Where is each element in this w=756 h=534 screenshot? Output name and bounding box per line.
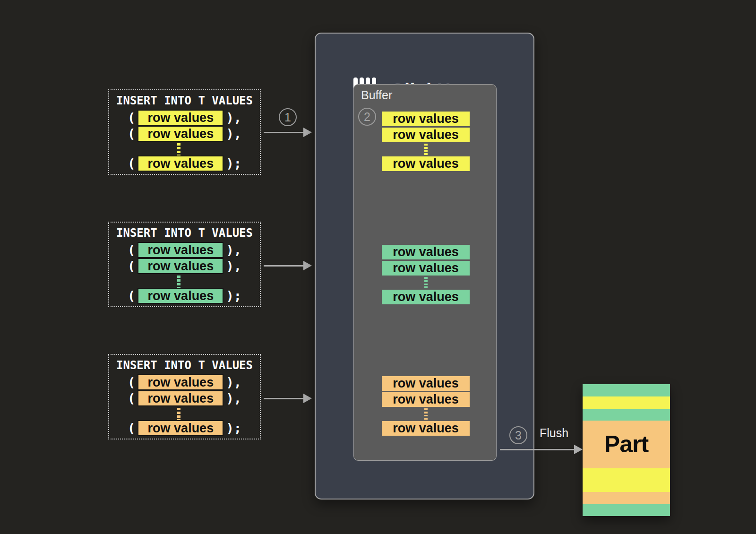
step-badge-3: 3 (509, 426, 527, 444)
insert-arrow-icon-3 (264, 394, 312, 403)
paren-open: ( (128, 421, 135, 435)
buffer-panel: Buffer row values row values row values … (353, 84, 497, 461)
row-values-chip: row values (137, 242, 223, 258)
paren-close: ); (226, 421, 241, 435)
step-badge-2: 2 (358, 108, 376, 126)
part-box: Part (583, 384, 670, 516)
paren-open: ( (128, 156, 135, 171)
buffer-label: Buffer (361, 88, 392, 102)
ellipsis-dots-icon (382, 408, 470, 420)
row-values-chip: row values (382, 156, 470, 171)
paren-open: ( (128, 127, 135, 141)
insert-title: INSERT INTO T VALUES (109, 359, 260, 372)
paren-open: ( (128, 375, 135, 389)
part-stripe (583, 396, 670, 409)
part-stripe (583, 384, 670, 396)
row-values-chip: row values (137, 110, 223, 126)
row-values-chip: row values (137, 390, 223, 406)
paren-open: ( (128, 391, 135, 405)
row-values-chip: row values (382, 421, 470, 436)
insert-title: INSERT INTO T VALUES (109, 226, 260, 240)
row-values-chip: row values (137, 374, 223, 390)
part-stripe: Part (583, 421, 670, 468)
flush-arrow-icon (500, 445, 583, 454)
paren-close: ); (226, 289, 241, 303)
row-values-chip: row values (382, 392, 470, 407)
paren-open: ( (128, 289, 135, 303)
insert-query-block-1: INSERT INTO T VALUES ( row values ), ( r… (108, 89, 261, 175)
buffer-group-yellow: row values row values row values (382, 112, 470, 171)
part-stripe (583, 409, 670, 421)
insert-arrow-icon-2 (264, 261, 312, 270)
row-values-chip: row values (382, 376, 470, 391)
ellipsis-dots-icon (103, 408, 254, 422)
ellipsis-dots-icon (382, 144, 470, 155)
part-label: Part (604, 432, 648, 456)
buffer-group-green: row values row values row values (382, 245, 470, 304)
flush-label: Flush (540, 426, 568, 440)
diagram-canvas: INSERT INTO T VALUES ( row values ), ( r… (0, 0, 756, 534)
paren-close: ), (226, 111, 241, 125)
row-values-chip: row values (382, 128, 470, 142)
clickhouse-box: ClickHouse Buffer row values row values … (315, 33, 534, 500)
ellipsis-dots-icon (382, 277, 470, 288)
ellipsis-dots-icon (103, 143, 254, 157)
row-values-chip: row values (137, 126, 223, 142)
paren-open: ( (128, 243, 135, 257)
insert-arrow-icon-1 (264, 128, 312, 137)
paren-close: ), (226, 127, 241, 141)
part-stripe (583, 504, 670, 516)
row-values-chip: row values (137, 258, 223, 274)
insert-title: INSERT INTO T VALUES (109, 94, 260, 107)
row-values-chip: row values (137, 288, 223, 304)
paren-close: ), (226, 391, 241, 405)
paren-open: ( (128, 259, 135, 273)
paren-open: ( (128, 111, 135, 125)
part-stripe (583, 492, 670, 504)
row-values-chip: row values (137, 155, 223, 172)
buffer-group-orange: row values row values row values (382, 376, 470, 436)
paren-close: ), (226, 259, 241, 273)
insert-query-block-3: INSERT INTO T VALUES ( row values ), ( r… (108, 354, 261, 439)
row-values-chip: row values (382, 112, 470, 126)
step-badge-1: 1 (279, 108, 297, 126)
row-values-chip: row values (382, 261, 470, 276)
paren-close: ), (226, 243, 241, 257)
row-values-chip: row values (137, 420, 223, 436)
paren-close: ), (226, 375, 241, 389)
row-values-chip: row values (382, 245, 470, 259)
ellipsis-dots-icon (103, 276, 254, 289)
insert-query-block-2: INSERT INTO T VALUES ( row values ), ( r… (108, 222, 261, 307)
part-stripe (583, 468, 670, 492)
paren-close: ); (226, 156, 241, 171)
row-values-chip: row values (382, 290, 470, 304)
